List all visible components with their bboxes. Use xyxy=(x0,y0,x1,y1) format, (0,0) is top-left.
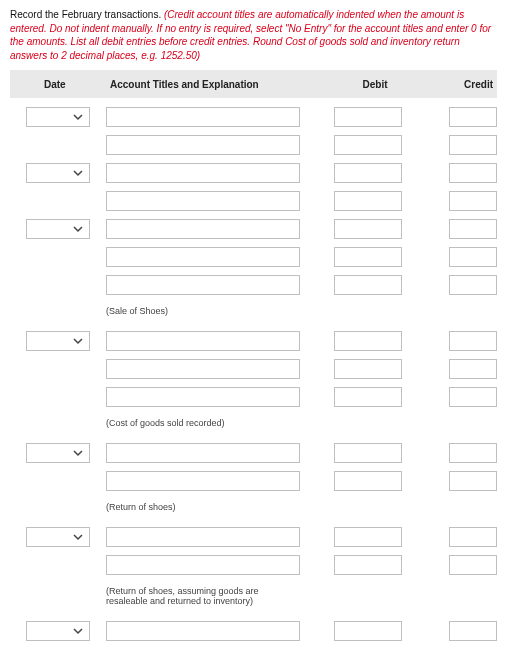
debit-input[interactable] xyxy=(334,275,402,295)
table-row xyxy=(10,620,497,642)
table-row xyxy=(10,358,497,380)
debit-input[interactable] xyxy=(334,527,402,547)
credit-input[interactable] xyxy=(449,443,497,463)
debit-input[interactable] xyxy=(334,107,402,127)
debit-input[interactable] xyxy=(334,191,402,211)
credit-input[interactable] xyxy=(449,191,497,211)
credit-input[interactable] xyxy=(449,275,497,295)
chevron-down-icon xyxy=(73,336,83,346)
date-select[interactable] xyxy=(26,107,90,127)
date-select[interactable] xyxy=(26,527,90,547)
chevron-down-icon xyxy=(73,168,83,178)
table-row xyxy=(10,442,497,464)
account-title-input[interactable] xyxy=(106,275,300,295)
explanation-text: (Sale of Shoes) xyxy=(106,302,300,324)
debit-input[interactable] xyxy=(334,621,402,641)
explanation-text: (Return of shoes) xyxy=(106,498,300,520)
explanation-row: (Sale of Shoes) xyxy=(10,302,497,324)
date-select[interactable] xyxy=(26,331,90,351)
instructions-lead: Record the February transactions. xyxy=(10,9,161,20)
credit-input[interactable] xyxy=(449,621,497,641)
debit-input[interactable] xyxy=(334,219,402,239)
account-title-input[interactable] xyxy=(106,621,300,641)
table-row xyxy=(10,162,497,184)
table-row xyxy=(10,554,497,576)
table-row xyxy=(10,134,497,156)
debit-input[interactable] xyxy=(334,471,402,491)
account-title-input[interactable] xyxy=(106,387,300,407)
credit-input[interactable] xyxy=(449,135,497,155)
explanation-text: (Cost of goods sold recorded) xyxy=(106,414,300,436)
debit-input[interactable] xyxy=(334,359,402,379)
date-select[interactable] xyxy=(26,621,90,641)
credit-input[interactable] xyxy=(449,359,497,379)
table-row xyxy=(10,386,497,408)
table-row xyxy=(10,330,497,352)
account-title-input[interactable] xyxy=(106,163,300,183)
account-title-input[interactable] xyxy=(106,555,300,575)
debit-input[interactable] xyxy=(334,443,402,463)
debit-input[interactable] xyxy=(334,331,402,351)
debit-input[interactable] xyxy=(334,247,402,267)
table-row xyxy=(10,526,497,548)
chevron-down-icon xyxy=(73,532,83,542)
chevron-down-icon xyxy=(73,448,83,458)
chevron-down-icon xyxy=(73,626,83,636)
account-title-input[interactable] xyxy=(106,527,300,547)
table-row xyxy=(10,218,497,240)
account-title-input[interactable] xyxy=(106,247,300,267)
account-title-input[interactable] xyxy=(106,331,300,351)
credit-input[interactable] xyxy=(449,387,497,407)
explanation-row: (Return of shoes) xyxy=(10,498,497,520)
credit-input[interactable] xyxy=(449,527,497,547)
account-title-input[interactable] xyxy=(106,219,300,239)
debit-input[interactable] xyxy=(334,135,402,155)
debit-input[interactable] xyxy=(334,163,402,183)
header-credit: Credit xyxy=(416,79,497,90)
account-title-input[interactable] xyxy=(106,443,300,463)
credit-input[interactable] xyxy=(449,107,497,127)
account-title-input[interactable] xyxy=(106,135,300,155)
table-row xyxy=(10,470,497,492)
account-title-input[interactable] xyxy=(106,107,300,127)
account-title-input[interactable] xyxy=(106,191,300,211)
chevron-down-icon xyxy=(73,224,83,234)
table-header: Date Account Titles and Explanation Debi… xyxy=(10,70,497,98)
credit-input[interactable] xyxy=(449,247,497,267)
explanation-text: (Return of shoes, assuming goods are res… xyxy=(106,582,300,614)
date-select[interactable] xyxy=(26,443,90,463)
debit-input[interactable] xyxy=(334,555,402,575)
instructions: Record the February transactions. (Credi… xyxy=(10,8,497,62)
credit-input[interactable] xyxy=(449,331,497,351)
debit-input[interactable] xyxy=(334,387,402,407)
table-row xyxy=(10,190,497,212)
journal-body: (Sale of Shoes)(Cost of goods sold recor… xyxy=(10,98,497,648)
account-title-input[interactable] xyxy=(106,359,300,379)
chevron-down-icon xyxy=(73,112,83,122)
credit-input[interactable] xyxy=(449,219,497,239)
credit-input[interactable] xyxy=(449,163,497,183)
date-select[interactable] xyxy=(26,219,90,239)
table-row xyxy=(10,274,497,296)
header-date: Date xyxy=(10,79,106,90)
header-account: Account Titles and Explanation xyxy=(106,79,334,90)
credit-input[interactable] xyxy=(449,555,497,575)
table-row xyxy=(10,106,497,128)
table-row xyxy=(10,246,497,268)
header-debit: Debit xyxy=(334,79,416,90)
explanation-row: (Cost of goods sold recorded) xyxy=(10,414,497,436)
credit-input[interactable] xyxy=(449,471,497,491)
account-title-input[interactable] xyxy=(106,471,300,491)
explanation-row: (Return of shoes, assuming goods are res… xyxy=(10,582,497,614)
date-select[interactable] xyxy=(26,163,90,183)
